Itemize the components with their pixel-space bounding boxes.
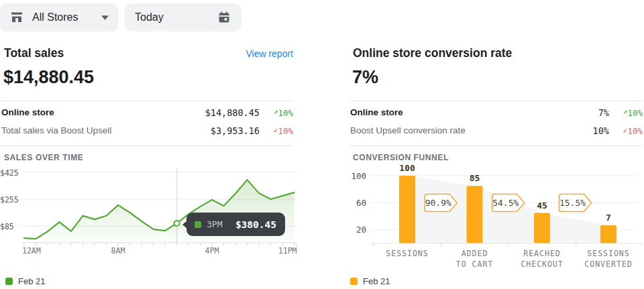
svg-text:TO CART: TO CART [456, 259, 493, 269]
store-selector-button[interactable]: All Stores [0, 3, 118, 32]
sales-over-time-heading: SALES OVER TIME [4, 153, 83, 162]
conversion-funnel-chart[interactable]: 10060201008545790.9%54.5%15.5%SESSIONSAD… [349, 164, 644, 275]
conversion-funnel-heading: CONVERSION FUNNEL [353, 153, 449, 162]
sales-legend-swatch [5, 278, 13, 285]
svg-text:$255: $255 [0, 195, 19, 205]
tooltip-series-swatch [195, 221, 201, 228]
funnel-legend-swatch [350, 278, 358, 285]
storefront-icon [9, 10, 24, 25]
svg-text:60: 60 [356, 198, 366, 208]
funnel-legend: Feb 21 [350, 276, 390, 286]
svg-text:7: 7 [606, 213, 611, 223]
sales-chart-area: $85$255$42512AM8AM4PM11PM 3PM $380.45 [0, 164, 310, 261]
sales-legend-label: Feb 21 [18, 276, 45, 286]
svg-text:SESSIONS: SESSIONS [386, 249, 428, 258]
tooltip-pointer [182, 221, 187, 229]
svg-text:8AM: 8AM [111, 246, 125, 255]
svg-text:100: 100 [399, 164, 415, 173]
metric-row-boost-upsell-conversion: Boost Upsell conversion rate 10% ↙10% [350, 121, 643, 139]
calendar-icon [217, 10, 231, 25]
svg-text:ADDED: ADDED [462, 249, 488, 258]
sales-line-chart[interactable]: $85$255$42512AM8AM4PM11PM [0, 164, 310, 258]
conversion-funnel-section: CONVERSION FUNNEL [349, 146, 643, 163]
total-sales-metric-rows: Online store $14,880.45 ↗10% Total sales… [1, 101, 293, 139]
svg-text:CONVERTED: CONVERTED [584, 259, 632, 269]
delta-badge: ↙10% [609, 125, 643, 136]
sales-legend: Feb 21 [5, 276, 45, 286]
conversion-metric-rows: Online store 7% ↗10% Boost Upsell conver… [350, 101, 643, 139]
conversion-rate-panel: Online store conversion rate 7% Online s… [349, 40, 643, 289]
svg-text:85: 85 [470, 173, 480, 183]
svg-text:SESSIONS: SESSIONS [587, 249, 629, 258]
svg-text:54.5%: 54.5% [492, 198, 519, 208]
svg-text:$85: $85 [0, 222, 14, 231]
metric-row-online-store-conversion: Online store 7% ↗10% [350, 103, 643, 121]
svg-text:CHECKOUT: CHECKOUT [521, 259, 563, 269]
date-range-button[interactable]: Today [125, 3, 241, 32]
funnel-chart-area: 10060201008545790.9%54.5%15.5%SESSIONSAD… [349, 164, 644, 278]
chart-tooltip: 3PM $380.45 [186, 213, 285, 236]
date-range-label: Today [135, 11, 217, 23]
svg-text:4PM: 4PM [205, 246, 219, 255]
svg-text:11PM: 11PM [278, 246, 297, 255]
metric-row-boost-upsell-sales: Total sales via Boost Upsell $3,953.16 ↙… [1, 121, 293, 139]
total-sales-title: Total sales [4, 46, 64, 60]
svg-text:45: 45 [537, 200, 547, 211]
svg-text:REACHED: REACHED [523, 249, 560, 258]
conversion-rate-title: Online store conversion rate [353, 46, 512, 60]
chevron-down-icon [101, 15, 109, 20]
svg-text:15.5%: 15.5% [559, 198, 586, 208]
sales-over-time-section: SALES OVER TIME [0, 146, 293, 163]
metric-row-online-store-sales: Online store $14,880.45 ↗10% [1, 103, 293, 121]
svg-text:$425: $425 [0, 168, 19, 178]
view-report-link[interactable]: View report [246, 48, 293, 59]
svg-text:20: 20 [356, 225, 366, 235]
store-selector-label: All Stores [32, 11, 93, 23]
svg-text:12AM: 12AM [22, 246, 41, 255]
tooltip-value: $380.45 [235, 219, 276, 230]
delta-badge: ↗10% [260, 107, 293, 118]
funnel-legend-label: Feb 21 [363, 276, 390, 286]
total-sales-panel: Total sales View report $14,880.45 Onlin… [0, 40, 293, 289]
delta-badge: ↗10% [609, 107, 643, 118]
svg-text:90.9%: 90.9% [425, 198, 451, 208]
total-sales-value: $14,880.45 [3, 67, 94, 88]
conversion-rate-value: 7% [352, 67, 378, 88]
svg-text:100: 100 [351, 171, 366, 181]
tooltip-time: 3PM [207, 219, 222, 229]
delta-badge: ↙10% [260, 125, 293, 136]
